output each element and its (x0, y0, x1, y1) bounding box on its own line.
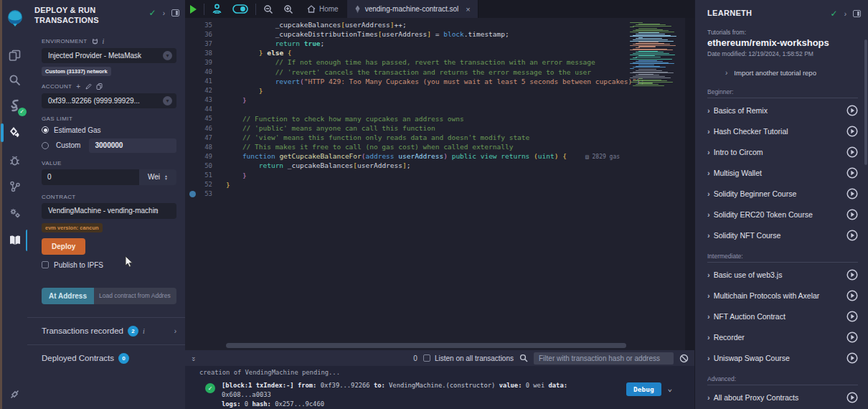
tutorial-play-button[interactable] (846, 105, 858, 116)
unit-stepper-icon[interactable]: ▲▼ (164, 174, 168, 180)
tutorial-play-button[interactable] (846, 269, 858, 281)
account-icon[interactable]: ▾ (163, 96, 172, 105)
environment-settings-icon[interactable]: ▾ (163, 51, 172, 60)
debugger-icon[interactable] (3, 148, 27, 172)
deploy-run-icon[interactable] (3, 121, 27, 145)
add-account-icon[interactable]: + (76, 83, 80, 90)
tutorial-play-button[interactable] (846, 230, 858, 241)
expand-tx-icon[interactable]: ⌄ (668, 384, 673, 393)
value-input[interactable]: 0 (42, 169, 139, 185)
source-control-icon[interactable] (3, 174, 27, 199)
tutorial-item[interactable]: ›All about Proxy Contracts (707, 387, 858, 408)
panel-pin-icon[interactable] (171, 9, 179, 17)
plugin-connector-icon[interactable] (3, 382, 27, 406)
zoom-out-icon[interactable] (258, 0, 278, 18)
custom-gas-label: Custom (56, 141, 80, 149)
chevron-right-icon: › (707, 189, 710, 198)
transactions-expand-icon[interactable]: › (174, 327, 176, 335)
tutorial-play-button[interactable] (846, 209, 858, 220)
at-address-button[interactable]: At Address (42, 288, 94, 304)
tutorial-item[interactable]: ›Solidity ERC20 Token Course (707, 204, 858, 225)
deployed-contracts-row[interactable]: Deployed Contracts 0 (27, 345, 185, 372)
tutorial-play-button[interactable] (846, 332, 858, 343)
editor-minimap[interactable] (628, 22, 684, 91)
learneth-plugin-icon[interactable] (3, 228, 27, 253)
copy-account-icon[interactable] (96, 83, 103, 90)
tutorial-item[interactable]: ›Multichain Protocols with Axelar (707, 285, 858, 306)
chevron-right-icon: › (707, 127, 710, 136)
learneth-expand-icon[interactable]: › (844, 10, 846, 18)
publish-ipfs-checkbox[interactable] (42, 261, 49, 268)
custom-gas-input[interactable]: 3000000 (89, 138, 176, 153)
tx-success-icon: ✓ (205, 383, 215, 393)
remix-ide-window: ✓ DEPLOY & RUN TRANSACTIONS ✓ › (0, 0, 868, 409)
tutorial-item[interactable]: ›Basic use of web3.js (707, 264, 858, 285)
copilot-toggle[interactable] (227, 0, 253, 18)
transaction-log-entry[interactable]: ✓ [block:1 txIndex:-] from: 0xf39...9226… (199, 381, 694, 409)
account-select[interactable]: 0xf39...92266 (9999.99929... ▾ (42, 93, 176, 108)
horizontal-scrollbar[interactable] (226, 343, 626, 348)
listen-all-transactions-label: Listen on all transactions (435, 354, 514, 362)
contract-select[interactable]: VendingMachine - vending-machin ▲▼ (42, 203, 176, 219)
contract-label: CONTRACT (42, 194, 76, 200)
solidity-compiler-icon[interactable]: ✓ (3, 93, 27, 118)
tutorial-item[interactable]: ›Recorder (707, 326, 858, 347)
tab-home[interactable]: Home (298, 0, 347, 18)
expand-terminal-icon[interactable]: ⌄⌄ (191, 354, 196, 362)
run-script-button[interactable] (185, 0, 202, 18)
publish-ipfs-label: Publish to IPFS (54, 261, 103, 269)
tutorial-item[interactable]: ›NFT Auction Contract (707, 306, 858, 326)
zoom-in-icon[interactable] (278, 0, 298, 18)
tutorial-play-button[interactable] (846, 311, 858, 322)
environment-select[interactable]: Injected Provider - MetaMask ▾ (42, 48, 176, 63)
code-line: 36 _cupcakeDistributionTimes[userAddress… (185, 29, 644, 39)
remix-ai-assistant-button[interactable] (207, 0, 227, 18)
tutorial-play-button[interactable] (846, 352, 858, 364)
tutorial-item[interactable]: ›Uniswap Swap Course (707, 347, 858, 368)
panel-expand-icon[interactable]: › (163, 9, 165, 17)
close-tab-icon[interactable]: × (466, 5, 470, 14)
debug-button[interactable]: Debug (626, 382, 661, 396)
listen-all-transactions-checkbox[interactable] (423, 354, 430, 362)
import-tutorial-repo[interactable]: › Import another tutorial repo (725, 69, 856, 77)
tutorial-play-button[interactable] (846, 392, 858, 403)
tutorial-item[interactable]: ›Solidity NFT Course (707, 225, 858, 245)
environment-info-icon[interactable]: i (103, 37, 105, 45)
value-unit-select[interactable]: Wei ▲▼ (139, 169, 176, 185)
transactions-info-icon[interactable]: i (143, 327, 145, 335)
learneth-scrollbar[interactable] (864, 39, 867, 165)
chevron-right-icon: › (725, 69, 727, 77)
search-icon[interactable] (3, 67, 27, 92)
custom-gas-radio[interactable] (42, 142, 49, 149)
transaction-filter-input[interactable]: Filter with transaction hash or address (534, 352, 674, 365)
file-explorer-icon[interactable] (3, 43, 27, 67)
tutorial-play-button[interactable] (846, 188, 858, 199)
tutorials-from-label: Tutorials from: (707, 29, 856, 36)
transactions-recorded-row[interactable]: Transactions recorded 2 i › (27, 317, 185, 345)
tutorial-play-button[interactable] (846, 290, 858, 301)
learneth-pin-icon[interactable] (853, 10, 861, 17)
clear-console-icon[interactable] (679, 354, 689, 363)
tutorial-item[interactable]: ›Hash Checker Tutorial (707, 121, 858, 141)
settings-icon[interactable] (3, 201, 27, 225)
tutorial-item[interactable]: ›Basics of Remix (707, 100, 858, 121)
tutorial-play-button[interactable] (846, 167, 858, 179)
code-line: 43 } (185, 95, 644, 105)
tutorial-item[interactable]: ›Multisig Wallet (707, 162, 858, 183)
network-badge: Custom (31337) network (42, 67, 111, 76)
at-address-input[interactable]: Load contract from Addres (94, 288, 176, 304)
code-editor[interactable]: 35 _cupcakeBalances[userAddress]++;36 _c… (185, 18, 694, 350)
tab-vending-machine-contract[interactable]: vending-machine-contract.sol × (347, 0, 478, 18)
estimated-gas-radio[interactable] (42, 126, 49, 133)
breakpoint-dot[interactable] (189, 191, 196, 197)
tutorial-play-button[interactable] (846, 126, 858, 137)
remix-logo-icon[interactable] (3, 6, 27, 30)
tutorial-play-button[interactable] (846, 146, 858, 158)
tutorial-item[interactable]: ›Intro to Circom (707, 141, 858, 162)
deploy-button[interactable]: Deploy (42, 238, 85, 255)
tutorial-item[interactable]: ›Solidity Beginner Course (707, 183, 858, 204)
edit-account-icon[interactable] (85, 83, 92, 90)
code-line: 51 } (185, 171, 644, 180)
learneth-title: LEARNETH (707, 9, 752, 17)
section-label: Advanced: (707, 368, 858, 385)
